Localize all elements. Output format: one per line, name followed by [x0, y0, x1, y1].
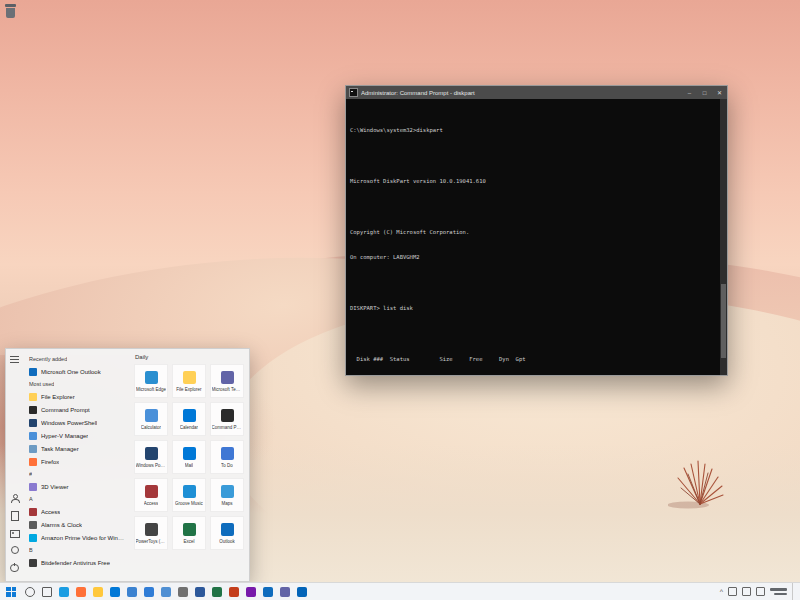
- settings-icon[interactable]: [11, 546, 19, 554]
- tile-label: Outlook: [219, 539, 235, 544]
- Hyper-V Manager[interactable]: Hyper-V Manager: [25, 429, 128, 442]
- tile-icon: [183, 409, 196, 422]
- tile-icon: [145, 371, 158, 384]
- edge-icon[interactable]: [59, 587, 69, 597]
- app-label: A: [29, 496, 33, 502]
- tile-icon: [183, 447, 196, 460]
- tile-file-explorer[interactable]: File Explorer: [172, 364, 206, 398]
- start-button[interactable]: [0, 583, 22, 600]
- tile-excel[interactable]: Excel: [172, 516, 206, 550]
- tile-label: PowerToys (Preview): [136, 539, 167, 544]
- tile-label: To Do: [221, 463, 233, 468]
- photos-icon[interactable]: [144, 587, 154, 597]
- window-titlebar[interactable]: Administrator: Command Prompt - diskpart…: [346, 86, 727, 99]
- tile-to-do[interactable]: To Do: [210, 440, 244, 474]
- minimize-button[interactable]: –: [682, 86, 697, 99]
- tile-label: Mail: [185, 463, 193, 468]
- mail-icon[interactable]: [127, 587, 137, 597]
- file-explorer-icon[interactable]: [93, 587, 103, 597]
- volume-icon[interactable]: [742, 587, 751, 596]
- onenote-icon[interactable]: [246, 587, 256, 597]
- app-icon: [29, 534, 37, 542]
- app-label: Command Prompt: [41, 407, 90, 413]
- search-icon[interactable]: [25, 587, 35, 597]
- teams-icon[interactable]: [280, 587, 290, 597]
- File Explorer[interactable]: File Explorer: [25, 390, 128, 403]
- B: B: [25, 544, 128, 556]
- tile-calculator[interactable]: Calculator: [134, 402, 168, 436]
- terminal-line: Copyright (C) Microsoft Corporation.: [350, 229, 720, 235]
- Amazon Prime Video for Windows[interactable]: Amazon Prime Video for Windows: [25, 531, 128, 544]
- tile-outlook[interactable]: Outlook: [210, 516, 244, 550]
- terminal-line: [350, 280, 720, 286]
- start-app-list: Recently added Microsoft One Outlook Mos…: [23, 349, 128, 581]
- tile-access[interactable]: Access: [134, 478, 168, 512]
- tile-microsoft-teams[interactable]: Microsoft Teams: [210, 364, 244, 398]
- terminal-output[interactable]: C:\Windows\system32>diskpart Microsoft D…: [346, 99, 720, 375]
- excel-icon[interactable]: [212, 587, 222, 597]
- app-label: Most used: [29, 381, 54, 387]
- Windows PowerShell[interactable]: Windows PowerShell: [25, 416, 128, 429]
- clock[interactable]: [770, 588, 787, 595]
- tile-label: Calculator: [141, 425, 161, 430]
- task-view-icon[interactable]: [42, 587, 52, 597]
- Access[interactable]: Access: [25, 505, 128, 518]
- documents-icon[interactable]: [11, 511, 19, 521]
- #: #: [25, 468, 128, 480]
- app-label: File Explorer: [41, 394, 75, 400]
- Recently added: Recently added: [25, 353, 128, 365]
- close-button[interactable]: ✕: [712, 86, 727, 99]
- onedrive-icon[interactable]: [297, 587, 307, 597]
- show-desktop-button[interactable]: [792, 583, 797, 600]
- tile-maps[interactable]: Maps: [210, 478, 244, 512]
- start-menu-rail: [6, 349, 23, 581]
- recycle-bin-icon[interactable]: [5, 4, 16, 18]
- user-icon[interactable]: [10, 494, 19, 503]
- Most used: Most used: [25, 378, 128, 390]
- store-icon[interactable]: [110, 587, 120, 597]
- tile-groove-music[interactable]: Groove Music: [172, 478, 206, 512]
- taskbar: ^: [0, 582, 800, 600]
- tile-calendar[interactable]: Calendar: [172, 402, 206, 436]
- tile-icon: [221, 371, 234, 384]
- tile-mail[interactable]: Mail: [172, 440, 206, 474]
- cmd-icon: [349, 88, 358, 97]
- app-label: Microsoft One Outlook: [41, 369, 101, 375]
- power-icon[interactable]: [10, 564, 19, 573]
- Task Manager[interactable]: Task Manager: [25, 442, 128, 455]
- tile-command-prompt[interactable]: Command Prompt: [210, 402, 244, 436]
- calculator-icon[interactable]: [161, 587, 171, 597]
- app-icon: [29, 368, 37, 376]
- settings-icon[interactable]: [178, 587, 188, 597]
- outlook-icon[interactable]: [263, 587, 273, 597]
- tile-microsoft-edge[interactable]: Microsoft Edge: [134, 364, 168, 398]
- date-text: [774, 593, 787, 596]
- tile-group-label: Daily: [135, 354, 244, 360]
- app-label: Recently added: [29, 356, 67, 362]
- powerpoint-icon[interactable]: [229, 587, 239, 597]
- app-label: B: [29, 547, 33, 553]
- maximize-button[interactable]: □: [697, 86, 712, 99]
- scrollbar-thumb[interactable]: [721, 284, 726, 359]
- pictures-icon[interactable]: [10, 530, 20, 538]
- Command Prompt[interactable]: Command Prompt: [25, 403, 128, 416]
- Firefox[interactable]: Firefox: [25, 455, 128, 468]
- Microsoft One Outlook[interactable]: Microsoft One Outlook: [25, 365, 128, 378]
- tile-label: Excel: [183, 539, 194, 544]
- tile-label: Groove Music: [175, 501, 203, 506]
- recycle-bin-lid: [5, 4, 16, 7]
- 3D Viewer[interactable]: 3D Viewer: [25, 480, 128, 493]
- action-center-icon[interactable]: [756, 587, 765, 596]
- network-icon[interactable]: [728, 587, 737, 596]
- Alarms & Clock[interactable]: Alarms & Clock: [25, 518, 128, 531]
- firefox-icon[interactable]: [76, 587, 86, 597]
- tile-powertoys[interactable]: PowerToys (Preview): [134, 516, 168, 550]
- word-icon[interactable]: [195, 587, 205, 597]
- terminal-scrollbar[interactable]: [720, 99, 727, 375]
- tray-chevron-icon[interactable]: ^: [720, 588, 723, 596]
- Bitdefender Antivirus Free[interactable]: Bitdefender Antivirus Free: [25, 556, 128, 569]
- tile-windows-powershell[interactable]: Windows PowerShell: [134, 440, 168, 474]
- app-icon: [29, 458, 37, 466]
- tile-icon: [183, 371, 196, 384]
- menu-icon[interactable]: [10, 356, 19, 357]
